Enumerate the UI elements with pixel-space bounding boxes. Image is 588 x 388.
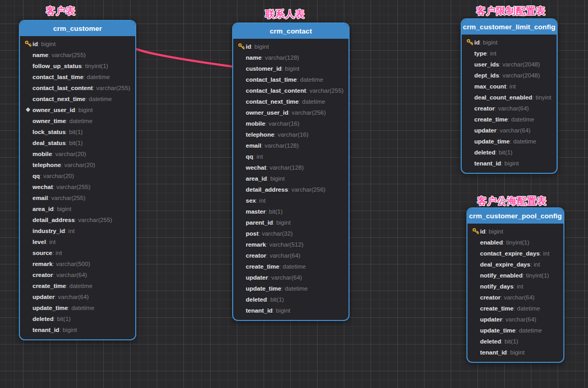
field-row[interactable]: tenant_id : bigint bbox=[233, 305, 349, 316]
field-row[interactable]: post : varchar(32) bbox=[233, 228, 349, 239]
field-row[interactable]: id : bigint bbox=[20, 38, 135, 49]
field-row[interactable]: lock_status : bit(1) bbox=[20, 126, 135, 137]
field-row[interactable]: max_count : int bbox=[462, 81, 557, 92]
table-title-customer[interactable]: 客户表 bbox=[46, 5, 76, 17]
field-row[interactable]: contact_next_time : datetime bbox=[20, 93, 135, 104]
field-row[interactable]: area_id : bigint bbox=[20, 203, 135, 214]
table-header[interactable]: crm_contact bbox=[233, 24, 349, 39]
field-row[interactable]: update_time : datetime bbox=[462, 136, 557, 147]
field-row[interactable]: creator : varchar(64) bbox=[467, 292, 563, 303]
field-row[interactable]: industry_id : int bbox=[20, 225, 135, 236]
field-row[interactable]: email : varchar(128) bbox=[233, 140, 349, 151]
field-row[interactable]: updater : varchar(64) bbox=[467, 314, 563, 325]
field-name: owner_user_id bbox=[32, 107, 75, 113]
field-row[interactable]: deleted : bit(1) bbox=[462, 147, 557, 158]
field-row[interactable]: remark : varchar(512) bbox=[233, 239, 349, 250]
field-row[interactable]: owner_time : datetime bbox=[20, 115, 135, 126]
field-row[interactable]: creator : varchar(64) bbox=[462, 103, 557, 114]
field-row[interactable]: qq : int bbox=[233, 151, 349, 162]
field-row[interactable]: deal_status : bit(1) bbox=[20, 137, 135, 148]
field-row[interactable]: deleted : bit(1) bbox=[233, 294, 349, 305]
field-row[interactable]: id : bigint bbox=[467, 226, 563, 237]
field-row[interactable]: source : int bbox=[20, 247, 135, 258]
field-row[interactable]: notify_enabled : tinyint(1) bbox=[467, 270, 563, 281]
field-name: remark bbox=[32, 261, 52, 267]
table-title-pool-config[interactable]: 客户公海配置表 bbox=[477, 195, 547, 207]
field-row[interactable]: contact_last_time : datetime bbox=[233, 74, 349, 85]
field-row[interactable]: area_id : bigint bbox=[233, 173, 349, 184]
field-row[interactable]: id : bigint bbox=[462, 37, 557, 48]
field-row[interactable]: contact_last_content : varchar(255) bbox=[233, 85, 349, 96]
field-row[interactable]: tenant_id : bigint bbox=[462, 158, 557, 169]
field-row[interactable]: email : varchar(255) bbox=[20, 192, 135, 203]
field-row[interactable]: wechat : varchar(255) bbox=[20, 181, 135, 192]
field-row[interactable]: contact_next_time : datetime bbox=[233, 96, 349, 107]
field-row[interactable]: detail_address : varchar(255) bbox=[20, 214, 135, 225]
field-row[interactable]: owner_user_id : varchar(256) bbox=[233, 107, 349, 118]
field-row[interactable]: update_time : datetime bbox=[20, 302, 135, 313]
field-row[interactable]: creator : varchar(64) bbox=[20, 269, 135, 280]
table-header[interactable]: crm_customer_limit_config bbox=[462, 19, 557, 35]
field-type: : varchar(256) bbox=[288, 186, 326, 193]
field-row[interactable]: name : varchar(255) bbox=[20, 49, 135, 60]
field-row[interactable]: customer_id : bigint bbox=[233, 63, 349, 74]
diagram-canvas[interactable]: crm_customer id : bigint name : varchar(… bbox=[0, 0, 588, 388]
field-row[interactable]: update_time : datetime bbox=[467, 325, 563, 336]
field-type: : varchar(512) bbox=[266, 241, 303, 248]
field-row[interactable]: creator : varchar(64) bbox=[233, 250, 349, 261]
table-title-limit-config[interactable]: 客户限制配置表 bbox=[476, 5, 546, 17]
field-row[interactable]: mobile : varchar(20) bbox=[20, 148, 135, 159]
field-row[interactable]: qq : varchar(20) bbox=[20, 170, 135, 181]
field-row[interactable]: create_time : datetime bbox=[20, 280, 135, 291]
field-row[interactable]: user_ids : varchar(2048) bbox=[462, 59, 557, 70]
field-type: : datetime bbox=[514, 305, 540, 312]
field-type: : varchar(255) bbox=[75, 217, 113, 223]
field-row[interactable]: contact_last_content : varchar(255) bbox=[20, 82, 135, 93]
field-row[interactable]: detail_address : varchar(256) bbox=[233, 184, 349, 195]
field-row[interactable]: mobile : varchar(16) bbox=[233, 118, 349, 129]
field-row[interactable]: remark : varchar(500) bbox=[20, 258, 135, 269]
field-row[interactable]: update_time : datetime bbox=[233, 283, 349, 294]
field-name: parent_id bbox=[246, 219, 273, 226]
field-row[interactable]: create_time : datetime bbox=[467, 303, 563, 314]
field-row[interactable]: deal_count_enabled : tinyint bbox=[462, 92, 557, 103]
field-type: : bit(1) bbox=[266, 208, 283, 215]
field-row[interactable]: name : varchar(128) bbox=[233, 52, 349, 63]
field-row[interactable]: updater : varchar(64) bbox=[462, 125, 557, 136]
table-crm-customer-limit-config[interactable]: crm_customer_limit_config id : bigint ty… bbox=[461, 18, 558, 174]
field-row[interactable]: create_time : datetime bbox=[462, 114, 557, 125]
table-header[interactable]: crm_customer bbox=[20, 21, 135, 36]
field-row[interactable]: telephone : varchar(20) bbox=[20, 159, 135, 170]
field-row[interactable]: updater : varchar(64) bbox=[233, 272, 349, 283]
field-row[interactable]: deleted : bit(1) bbox=[20, 313, 135, 324]
table-crm-customer-pool-config[interactable]: crm_customer_pool_config id : bigint ena… bbox=[466, 207, 564, 363]
field-type: : bit(1) bbox=[66, 129, 83, 135]
field-row[interactable]: enabled : tinyint(1) bbox=[467, 237, 563, 248]
field-row[interactable]: create_time : datetime bbox=[233, 261, 349, 272]
field-row[interactable]: follow_up_status : tinyint(1) bbox=[20, 60, 135, 71]
field-row[interactable]: parent_id : bigint bbox=[233, 217, 349, 228]
field-row[interactable]: contact_expire_days : int bbox=[467, 248, 563, 259]
field-row[interactable]: dept_ids : varchar(2048) bbox=[462, 70, 557, 81]
field-row[interactable]: tenant_id : bigint bbox=[20, 324, 135, 335]
field-row[interactable]: deleted : bit(1) bbox=[467, 336, 563, 347]
field-row[interactable]: notify_days : int bbox=[467, 281, 563, 292]
table-crm-customer[interactable]: crm_customer id : bigint name : varchar(… bbox=[19, 20, 136, 340]
table-title-contact[interactable]: 联系人表 bbox=[265, 8, 305, 20]
field-row[interactable]: id : bigint bbox=[233, 41, 349, 52]
table-header[interactable]: crm_customer_pool_config bbox=[467, 208, 563, 224]
field-row[interactable]: sex : int bbox=[233, 195, 349, 206]
field-row[interactable]: telephone : varchar(16) bbox=[233, 129, 349, 140]
field-row[interactable]: master : bit(1) bbox=[233, 206, 349, 217]
table-crm-contact[interactable]: crm_contact id : bigint name : varchar(1… bbox=[232, 23, 350, 321]
field-row[interactable]: owner_user_id : bigint bbox=[20, 104, 135, 115]
field-row[interactable]: updater : varchar(64) bbox=[20, 291, 135, 302]
field-type: : datetime bbox=[281, 285, 308, 292]
field-row[interactable]: type : int bbox=[462, 48, 557, 59]
field-row[interactable]: contact_last_time : datetime bbox=[20, 71, 135, 82]
field-row[interactable]: level : int bbox=[20, 236, 135, 247]
field-row[interactable]: wechat : varchar(128) bbox=[233, 162, 349, 173]
field-type: : varchar(255) bbox=[48, 52, 86, 58]
field-row[interactable]: tenant_id : bigint bbox=[467, 347, 563, 358]
field-row[interactable]: deal_expire_days : int bbox=[467, 259, 563, 270]
